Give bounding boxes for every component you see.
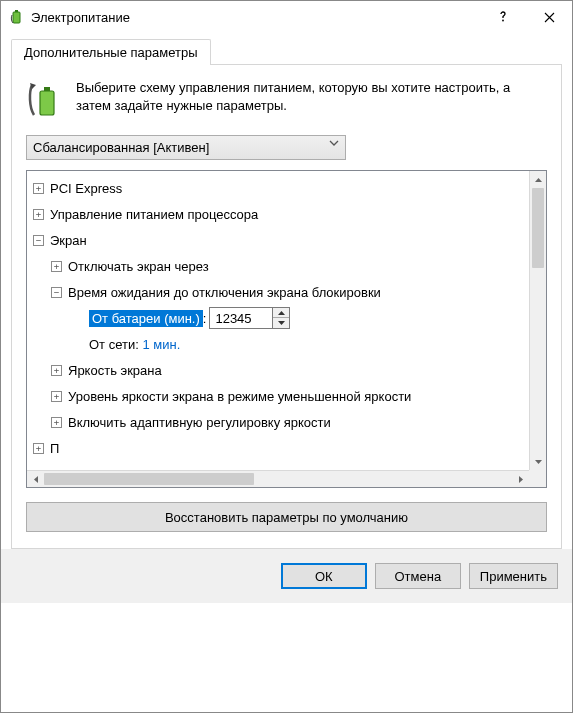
chevron-down-icon [329,140,339,146]
svg-rect-0 [13,12,20,23]
close-button[interactable] [526,1,572,33]
battery-app-icon [9,9,25,25]
scroll-corner [529,470,546,487]
battery-timeout-input[interactable] [209,307,273,329]
ac-timeout-row[interactable]: От сети: 1 мин. [89,331,523,357]
svg-marker-6 [278,311,285,315]
scroll-up-icon[interactable] [530,171,546,188]
tree-item-lock-timeout[interactable]: −Время ожидания до отключения экрана бло… [51,279,523,305]
settings-tree: +PCI Express +Управление питанием процес… [26,170,547,488]
battery-label-selected[interactable]: От батареи (мин.) [89,310,203,327]
scroll-thumb[interactable] [44,473,254,485]
spinner-down-icon[interactable] [273,318,289,328]
svg-marker-7 [278,321,285,325]
expand-icon[interactable]: + [51,365,62,376]
tab-advanced-settings[interactable]: Дополнительные параметры [11,39,211,65]
apply-button[interactable]: Применить [469,563,558,589]
battery-timeout-row: От батареи (мин.): [89,305,523,331]
intro-text: Выберите схему управления питанием, кото… [76,79,547,119]
titlebar: Электропитание [1,1,572,33]
svg-point-2 [502,20,504,22]
expand-icon[interactable]: + [51,261,62,272]
scroll-thumb[interactable] [532,188,544,268]
tree-item-brightness[interactable]: +Яркость экрана [51,357,523,383]
collapse-icon[interactable]: − [33,235,44,246]
cancel-button[interactable]: Отмена [375,563,461,589]
tree-item-screen-off[interactable]: +Отключать экран через [51,253,523,279]
collapse-icon[interactable]: − [51,287,62,298]
battery-timeout-spinner[interactable] [273,307,290,329]
tree-item-screen[interactable]: −Экран [33,227,523,253]
window-title: Электропитание [31,10,130,25]
ac-label: От сети: [89,337,139,352]
svg-rect-4 [44,87,50,91]
scroll-left-icon[interactable] [27,471,44,487]
horizontal-scrollbar[interactable] [27,470,529,487]
power-plan-combo[interactable]: Сбалансированная [Активен] [26,135,346,160]
vertical-scrollbar[interactable] [529,171,546,470]
spinner-up-icon[interactable] [273,308,289,318]
svg-marker-8 [535,178,542,182]
restore-defaults-button[interactable]: Восстановить параметры по умолчанию [26,502,547,532]
svg-rect-3 [40,91,54,115]
ac-value: 1 мин. [142,337,180,352]
svg-marker-9 [535,460,542,464]
tree-item-cpu[interactable]: +Управление питанием процессора [33,201,523,227]
tree-item-adaptive-brightness[interactable]: +Включить адаптивную регулировку яркости [51,409,523,435]
tree-item-cut[interactable]: +П [33,435,523,461]
scroll-down-icon[interactable] [530,453,546,470]
expand-icon[interactable]: + [33,209,44,220]
dialog-buttons: ОК Отмена Применить [1,549,572,603]
power-plan-icon [26,79,64,119]
tree-item-dim-brightness[interactable]: +Уровень яркости экрана в режиме уменьше… [51,383,523,409]
scroll-right-icon[interactable] [512,471,529,487]
expand-icon[interactable]: + [33,183,44,194]
tab-label: Дополнительные параметры [24,45,198,60]
help-button[interactable] [480,1,526,33]
svg-marker-10 [34,476,38,483]
ok-button[interactable]: ОК [281,563,367,589]
expand-icon[interactable]: + [33,443,44,454]
expand-icon[interactable]: + [51,391,62,402]
combo-selected: Сбалансированная [Активен] [33,140,209,155]
tree-item-pci[interactable]: +PCI Express [33,175,523,201]
expand-icon[interactable]: + [51,417,62,428]
svg-rect-1 [15,10,18,12]
svg-marker-11 [519,476,523,483]
